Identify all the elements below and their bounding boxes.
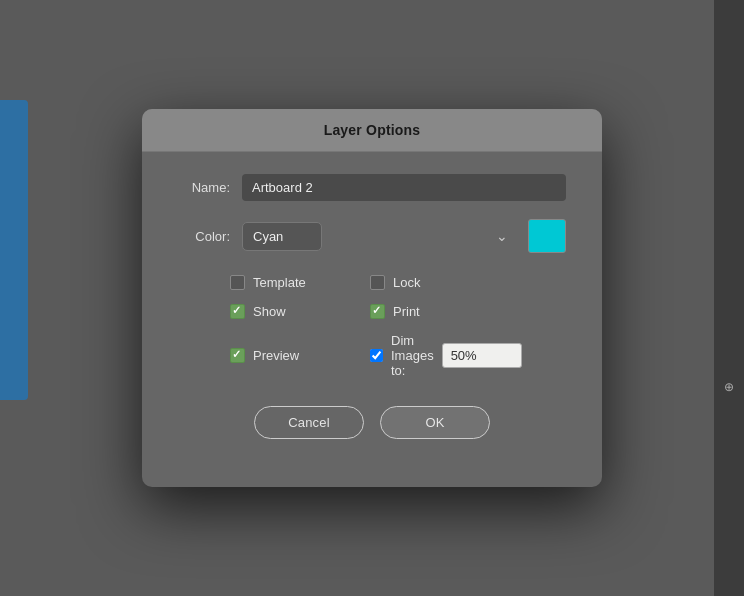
- name-label: Name:: [178, 180, 230, 195]
- color-select[interactable]: None Red Orange Yellow Green Blue Violet…: [242, 222, 322, 251]
- checkbox-show: Show: [230, 304, 370, 319]
- checkbox-template: Template: [230, 275, 370, 290]
- color-row: Color: None Red Orange Yellow Green Blue…: [178, 219, 566, 253]
- preview-checkbox[interactable]: [230, 348, 245, 363]
- checkboxes-section: Template Lock Show Print P: [178, 275, 566, 378]
- lock-label[interactable]: Lock: [393, 275, 420, 290]
- dim-input[interactable]: [442, 343, 522, 368]
- dim-label[interactable]: Dim Images to:: [391, 333, 434, 378]
- show-label[interactable]: Show: [253, 304, 286, 319]
- dialog-title: Layer Options: [324, 122, 421, 138]
- cancel-button[interactable]: Cancel: [254, 406, 364, 439]
- lock-checkbox[interactable]: [370, 275, 385, 290]
- template-label[interactable]: Template: [253, 275, 306, 290]
- color-select-wrapper: None Red Orange Yellow Green Blue Violet…: [242, 222, 518, 251]
- layer-options-dialog: Layer Options Name: Color: None Red Oran…: [142, 109, 602, 487]
- dim-checkbox[interactable]: [370, 349, 383, 362]
- dialog-titlebar: Layer Options: [142, 109, 602, 152]
- preview-label[interactable]: Preview: [253, 348, 299, 363]
- color-swatch[interactable]: [528, 219, 566, 253]
- dialog-footer: Cancel OK: [178, 406, 566, 463]
- checkbox-preview: Preview: [230, 333, 370, 378]
- checkbox-grid: Template Lock Show Print P: [230, 275, 566, 378]
- show-checkbox[interactable]: [230, 304, 245, 319]
- blue-accent-bar: [0, 100, 28, 400]
- print-label[interactable]: Print: [393, 304, 420, 319]
- name-input[interactable]: [242, 174, 566, 201]
- template-checkbox[interactable]: [230, 275, 245, 290]
- dim-images-row: Dim Images to:: [370, 333, 510, 378]
- checkbox-lock: Lock: [370, 275, 510, 290]
- name-row: Name:: [178, 174, 566, 201]
- ok-button[interactable]: OK: [380, 406, 490, 439]
- checkbox-print: Print: [370, 304, 510, 319]
- side-icon: ⊕: [724, 380, 734, 394]
- color-label: Color:: [178, 229, 230, 244]
- dialog-body: Name: Color: None Red Orange Yellow Gree…: [142, 152, 602, 487]
- print-checkbox[interactable]: [370, 304, 385, 319]
- side-panel: ⊕: [714, 0, 744, 596]
